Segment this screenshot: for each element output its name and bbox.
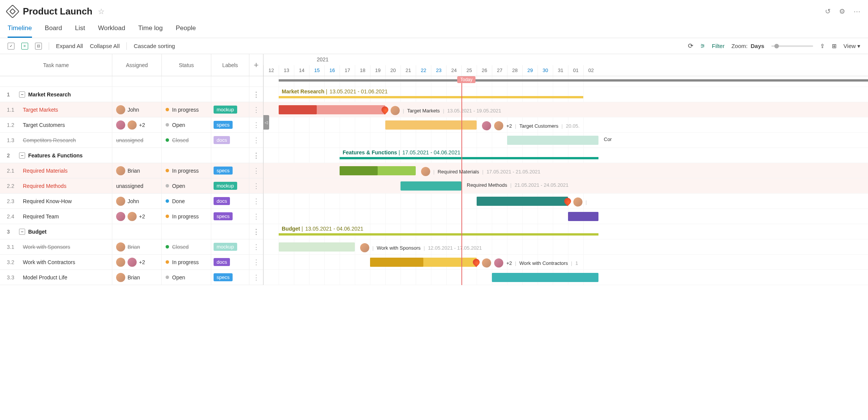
status-cell[interactable]: In progress: [162, 163, 211, 178]
assigned-cell[interactable]: +2: [112, 117, 162, 132]
task-name-cell[interactable]: Required Materials: [19, 163, 112, 178]
assigned-cell[interactable]: [112, 224, 162, 239]
labels-cell[interactable]: mockup: [211, 239, 249, 254]
assigned-cell[interactable]: +2: [112, 209, 162, 224]
columns-icon[interactable]: ⊞: [832, 43, 837, 50]
assigned-cell[interactable]: [112, 148, 162, 163]
collapse-toggle[interactable]: −: [19, 152, 25, 159]
row-more-icon[interactable]: ⋮: [249, 228, 263, 236]
status-cell[interactable]: [162, 148, 211, 163]
task-name-cell[interactable]: −Budget: [19, 224, 112, 239]
task-bar[interactable]: [477, 197, 568, 206]
task-bar[interactable]: [370, 258, 477, 267]
row-more-icon[interactable]: ⋮: [249, 212, 263, 221]
labels-cell[interactable]: [211, 148, 249, 163]
more-menu-icon[interactable]: ⋯: [854, 7, 860, 16]
filter-button[interactable]: Filter: [712, 43, 724, 49]
status-cell[interactable]: Open: [162, 178, 211, 193]
task-row[interactable]: 1.3Competitors ResearchunassignedClosedd…: [0, 133, 263, 148]
column-header-labels[interactable]: Labels: [211, 54, 249, 76]
assigned-cell[interactable]: Brian: [112, 239, 162, 254]
assigned-cell[interactable]: Brian: [112, 163, 162, 178]
task-bar[interactable]: [507, 136, 598, 145]
group-row[interactable]: 2−Features & Functions⋮: [0, 148, 263, 163]
favorite-star-icon[interactable]: ☆: [98, 7, 105, 16]
task-name-cell[interactable]: Required Team: [19, 209, 112, 224]
task-bar[interactable]: [568, 212, 598, 221]
task-bar[interactable]: [385, 120, 477, 130]
row-more-icon[interactable]: ⋮: [249, 106, 263, 114]
labels-cell[interactable]: specs: [211, 117, 249, 132]
row-more-icon[interactable]: ⋮: [249, 167, 263, 175]
labels-cell[interactable]: [211, 224, 249, 239]
labels-cell[interactable]: specs: [211, 163, 249, 178]
status-cell[interactable]: [162, 87, 211, 102]
task-bar[interactable]: [400, 181, 461, 191]
task-name-cell[interactable]: Competitors Research: [19, 133, 112, 147]
labels-cell[interactable]: mockup: [211, 178, 249, 193]
collapse-toggle[interactable]: −: [19, 91, 25, 98]
status-cell[interactable]: [162, 224, 211, 239]
tab-list[interactable]: List: [75, 21, 85, 38]
baseline-icon[interactable]: ≡: [21, 43, 28, 50]
task-row[interactable]: 2.4Required Team+2In progressspecs⋮: [0, 209, 263, 224]
task-bar[interactable]: [279, 242, 355, 252]
collapse-panel-handle[interactable]: ◁: [263, 115, 269, 130]
export-icon[interactable]: ⇪: [820, 43, 825, 50]
assigned-cell[interactable]: John: [112, 194, 162, 208]
row-more-icon[interactable]: ⋮: [249, 121, 263, 129]
assigned-cell[interactable]: Brian: [112, 270, 162, 285]
refresh-icon[interactable]: ⟳: [688, 42, 693, 50]
assigned-cell[interactable]: unassigned: [112, 178, 162, 193]
column-header-task[interactable]: Task name: [0, 54, 112, 76]
status-cell[interactable]: In progress: [162, 102, 211, 117]
settings-sliders-icon[interactable]: ⚙: [839, 7, 845, 16]
task-row[interactable]: 3.2Work with Contractors+2In progressdoc…: [0, 255, 263, 270]
task-bar[interactable]: [492, 273, 598, 282]
filter-icon[interactable]: ⚞: [700, 43, 705, 50]
status-cell[interactable]: Closed: [162, 239, 211, 254]
row-more-icon[interactable]: ⋮: [249, 258, 263, 266]
labels-cell[interactable]: docs: [211, 133, 249, 147]
task-bar[interactable]: [340, 166, 416, 175]
row-more-icon[interactable]: ⋮: [249, 90, 263, 99]
tab-time-log[interactable]: Time log: [138, 21, 163, 38]
view-dropdown[interactable]: View ▾: [844, 43, 860, 50]
checklist-icon[interactable]: ✓: [8, 43, 14, 50]
assigned-cell[interactable]: [112, 87, 162, 102]
cascade-sorting-button[interactable]: Cascade sorting: [134, 43, 175, 49]
task-row[interactable]: 1.2Target Customers+2Openspecs⋮: [0, 117, 263, 133]
status-cell[interactable]: In progress: [162, 209, 211, 224]
task-row[interactable]: 2.3Required Know-HowJohnDonedocs⋮: [0, 194, 263, 209]
row-more-icon[interactable]: ⋮: [249, 273, 263, 282]
summary-bar[interactable]: [279, 96, 583, 98]
row-more-icon[interactable]: ⋮: [249, 136, 263, 144]
collapse-toggle[interactable]: −: [19, 229, 25, 235]
task-row[interactable]: 3.1Work with SponsorsBrianClosedmockup⋮: [0, 239, 263, 255]
add-column-button[interactable]: +: [249, 54, 263, 76]
labels-cell[interactable]: specs: [211, 209, 249, 224]
row-more-icon[interactable]: ⋮: [249, 151, 263, 160]
assigned-cell[interactable]: unassigned: [112, 133, 162, 147]
task-bar[interactable]: [279, 105, 385, 114]
group-row[interactable]: 1−Market Research⋮: [0, 87, 263, 102]
task-row[interactable]: 1.1Target MarketsJohnIn progressmockup⋮: [0, 102, 263, 117]
tab-workload[interactable]: Workload: [98, 21, 125, 38]
history-icon[interactable]: ↺: [825, 7, 831, 16]
tab-board[interactable]: Board: [45, 21, 62, 38]
status-cell[interactable]: In progress: [162, 255, 211, 269]
task-row[interactable]: 3.3Model Product LifeBrianOpenspecs⋮: [0, 270, 263, 285]
labels-cell[interactable]: mockup: [211, 102, 249, 117]
task-name-cell[interactable]: Model Product Life: [19, 270, 112, 285]
labels-cell[interactable]: docs: [211, 255, 249, 269]
zoom-slider[interactable]: [771, 45, 813, 47]
task-name-cell[interactable]: Required Methods: [19, 178, 112, 193]
row-more-icon[interactable]: ⋮: [249, 182, 263, 190]
task-name-cell[interactable]: Required Know-How: [19, 194, 112, 208]
task-name-cell[interactable]: Target Markets: [19, 102, 112, 117]
task-name-cell[interactable]: Target Customers: [19, 117, 112, 132]
task-row[interactable]: 2.2Required MethodsunassignedOpenmockup⋮: [0, 178, 263, 194]
tab-timeline[interactable]: Timeline: [8, 21, 32, 38]
row-more-icon[interactable]: ⋮: [249, 197, 263, 205]
task-name-cell[interactable]: Work with Sponsors: [19, 239, 112, 254]
